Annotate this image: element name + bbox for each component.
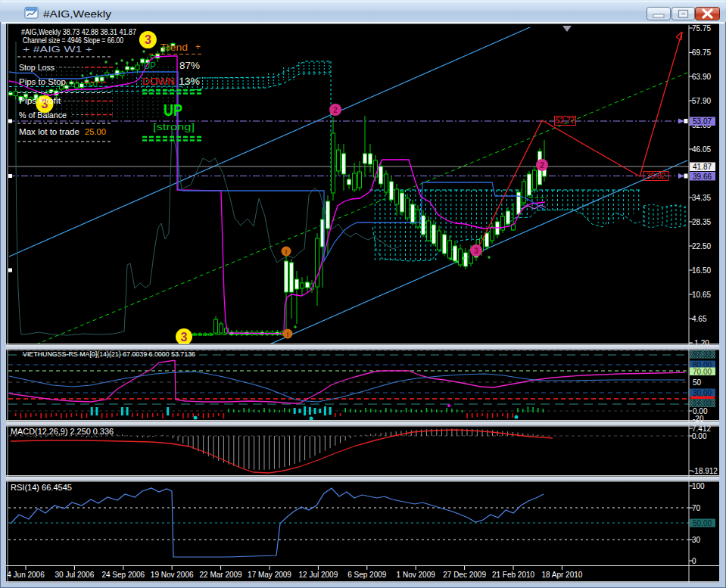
svg-text:39.66: 39.66 <box>693 173 712 181</box>
svg-text:21 Feb 2010: 21 Feb 2010 <box>492 571 535 579</box>
svg-text:3: 3 <box>474 247 478 255</box>
svg-text:RSI(14) 66.4545: RSI(14) 66.4545 <box>11 484 72 492</box>
svg-text:+ #AIG W1 +: + #AIG W1 + <box>23 45 92 54</box>
svg-text:25.00: 25.00 <box>85 128 106 136</box>
svg-text:14.09: 14.09 <box>693 399 712 407</box>
svg-text:46.05: 46.05 <box>692 145 711 154</box>
svg-text:4 Jun 2006: 4 Jun 2006 <box>7 571 45 579</box>
svg-text:41.87: 41.87 <box>693 163 712 171</box>
svg-text:% of Balance: % of Balance <box>19 111 67 120</box>
svg-text:0.00: 0.00 <box>692 432 707 440</box>
svg-text:30: 30 <box>692 536 701 544</box>
svg-text:70.00: 70.00 <box>693 368 712 376</box>
svg-text:1 Nov 2009: 1 Nov 2009 <box>397 571 436 579</box>
svg-text:-18.912: -18.912 <box>692 467 718 475</box>
svg-text:12 Jul 2009: 12 Jul 2009 <box>299 571 338 579</box>
svg-text:Max lot to trade: Max lot to trade <box>19 128 80 136</box>
svg-text:MACD(12,26,9) 2.250 0.336: MACD(12,26,9) 2.250 0.336 <box>11 428 114 436</box>
svg-text:30.00: 30.00 <box>693 389 712 397</box>
svg-text:#AIG,Weekly 38.73 42.88 38.31: #AIG,Weekly 38.73 42.88 38.31 41.87 <box>21 28 136 36</box>
svg-text:+: + <box>195 42 201 52</box>
svg-text:3: 3 <box>181 331 188 344</box>
svg-text:!: ! <box>285 248 288 256</box>
svg-text:87%: 87% <box>179 61 200 71</box>
svg-text:30 Jul 2006: 30 Jul 2006 <box>55 571 95 579</box>
svg-text:75.75: 75.75 <box>692 24 711 33</box>
svg-text:34.35: 34.35 <box>692 194 711 202</box>
svg-text:53.07: 53.07 <box>693 117 712 126</box>
svg-text:2: 2 <box>333 106 338 114</box>
svg-text:52.77: 52.77 <box>556 117 575 125</box>
svg-text:28.35: 28.35 <box>692 218 711 226</box>
svg-text:UP: UP <box>144 61 156 71</box>
svg-text:70: 70 <box>692 504 701 512</box>
svg-text:39.82: 39.82 <box>647 172 665 180</box>
svg-text:63.90: 63.90 <box>692 73 711 81</box>
svg-text:UP: UP <box>164 101 182 120</box>
svg-text:22 Mar 2009: 22 Mar 2009 <box>200 571 243 579</box>
svg-text:57.90: 57.90 <box>692 97 711 105</box>
svg-text:#AIG,Weekly: #AIG,Weekly <box>43 8 111 20</box>
svg-text:Trend: Trend <box>160 42 188 53</box>
svg-text:69.75: 69.75 <box>692 48 711 57</box>
svg-text:10.65: 10.65 <box>692 291 711 299</box>
svg-text:19 Nov 2006: 19 Nov 2006 <box>151 571 194 579</box>
svg-text:16.50: 16.50 <box>692 266 711 275</box>
svg-text:VIETHUNGSS-RS MA[0](14)(21) 67: VIETHUNGSS-RS MA[0](14)(21) 67.0039 6.00… <box>23 350 195 358</box>
svg-text:[strong]: [strong] <box>153 122 195 132</box>
svg-text:3: 3 <box>145 33 151 46</box>
svg-text:Stop Loss: Stop Loss <box>19 64 55 72</box>
svg-text:Pips Profit: Pips Profit <box>19 97 61 105</box>
svg-text:24 Sep 2006: 24 Sep 2006 <box>101 571 145 579</box>
svg-text:Channel size = 4946 Slope = 66: Channel size = 4946 Slope = 66.00 <box>23 36 123 45</box>
svg-text:13%: 13% <box>179 76 200 87</box>
svg-text:17 May 2009: 17 May 2009 <box>248 571 291 579</box>
svg-text:100: 100 <box>692 482 705 490</box>
svg-text:22.50: 22.50 <box>692 242 711 250</box>
svg-text:!: ! <box>287 331 289 338</box>
svg-text:6 Sep 2009: 6 Sep 2009 <box>347 571 387 579</box>
svg-text:18 Apr 2010: 18 Apr 2010 <box>541 571 582 579</box>
svg-text:2: 2 <box>540 161 544 170</box>
svg-text:DOWN: DOWN <box>142 76 175 87</box>
svg-text:Pips to Stop: Pips to Stop <box>19 78 67 86</box>
svg-text:97.32: 97.32 <box>693 350 712 359</box>
svg-text:0: 0 <box>692 557 696 565</box>
svg-text:50: 50 <box>693 378 702 387</box>
svg-text:4.65: 4.65 <box>692 315 707 323</box>
svg-text:50.00: 50.00 <box>693 519 712 527</box>
svg-text:27 Dec 2009: 27 Dec 2009 <box>443 571 486 579</box>
